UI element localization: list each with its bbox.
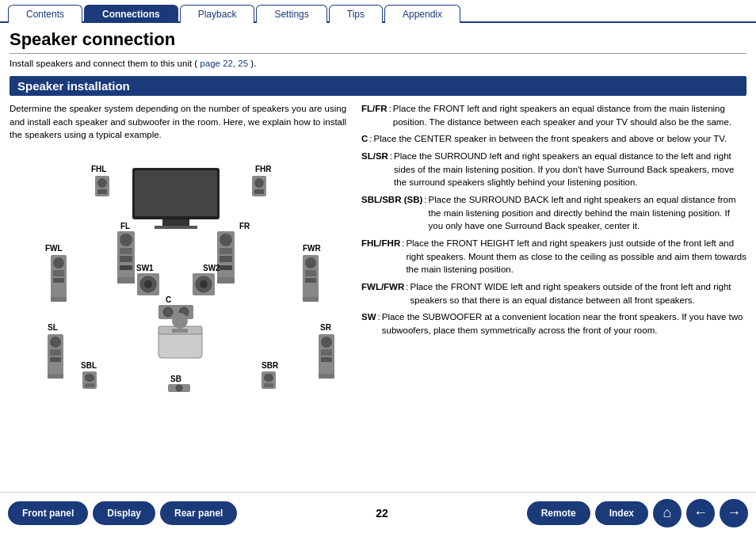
desc-c: C : Place the CENTER speaker in between …: [361, 132, 746, 146]
sep-c: :: [369, 132, 372, 146]
svg-rect-46: [305, 257, 316, 268]
svg-text:SBR: SBR: [262, 361, 279, 370]
svg-text:FWR: FWR: [303, 244, 322, 253]
tab-tips[interactable]: Tips: [329, 5, 383, 23]
desc-sblsbr: SBL/SBR (SB) : Place the SURROUND BACK l…: [361, 193, 746, 233]
sep-fhlfhr: :: [402, 237, 404, 276]
svg-point-33: [200, 280, 208, 288]
def-fhlfhr: Place the FRONT HEIGHT left and right sp…: [406, 237, 746, 276]
svg-point-52: [172, 313, 188, 329]
subtitle-link[interactable]: page 22, 25: [200, 59, 248, 68]
svg-rect-63: [321, 349, 332, 356]
sep-slsr: :: [390, 150, 392, 189]
def-sblsbr: Place the SURROUND BACK left and right s…: [429, 193, 746, 233]
desc-fhlfhr: FHL/FHR : Place the FRONT HEIGHT left an…: [361, 237, 746, 276]
sep-flr: :: [389, 102, 391, 128]
term-c: C: [361, 132, 368, 146]
right-column: FL/FR : Place the FRONT left and right s…: [361, 102, 746, 396]
back-icon: ←: [693, 504, 708, 521]
svg-rect-76: [264, 383, 273, 387]
top-navigation: Contents Connections Playback Settings T…: [0, 0, 756, 23]
svg-point-36: [163, 307, 173, 317]
desc-fwlfwr: FWL/FWR : Place the FRONT WIDE left and …: [361, 280, 746, 306]
svg-rect-49: [303, 297, 319, 302]
svg-text:FHR: FHR: [255, 165, 272, 173]
svg-rect-2: [162, 219, 189, 226]
svg-point-73: [176, 385, 182, 391]
svg-rect-15: [120, 234, 132, 246]
def-flr: Place the FRONT left and right speakers …: [393, 102, 746, 128]
svg-rect-23: [220, 256, 232, 262]
def-fwlfwr: Place the FRONT WIDE left and right spea…: [410, 280, 747, 306]
term-fwlfwr: FWL/FWR: [361, 280, 404, 306]
desc-sw: SW : Place the SUBWOOFER at a convenient…: [361, 310, 746, 337]
def-sw: Place the SUBWOOFER at a convenient loca…: [382, 310, 746, 337]
sep-sw: :: [378, 310, 380, 337]
display-button[interactable]: Display: [93, 501, 155, 525]
intro-text: Determine the speaker system depending o…: [10, 102, 350, 142]
svg-rect-22: [220, 248, 232, 254]
svg-text:SB: SB: [170, 375, 181, 383]
svg-rect-42: [53, 270, 64, 276]
left-column: Determine the speaker system depending o…: [10, 102, 350, 396]
svg-rect-64: [321, 357, 332, 362]
tab-contents[interactable]: Contents: [8, 5, 82, 23]
term-sblsbr: SBL/SBR (SB): [361, 193, 422, 233]
svg-rect-53: [172, 329, 188, 333]
forward-icon: →: [727, 504, 741, 521]
def-c: Place the CENTER speaker in between the …: [374, 132, 727, 146]
main-content: Speaker connection Install speakers and …: [0, 29, 756, 396]
svg-rect-62: [321, 337, 332, 348]
svg-rect-44: [51, 297, 67, 302]
svg-text:C: C: [166, 295, 171, 304]
sep-sblsbr: :: [424, 193, 426, 233]
tab-playback[interactable]: Playback: [180, 5, 255, 23]
remote-button[interactable]: Remote: [527, 501, 590, 525]
term-flr: FL/FR: [361, 102, 388, 128]
svg-text:SW2: SW2: [203, 264, 220, 272]
home-icon: ⌂: [663, 504, 672, 521]
svg-rect-18: [120, 265, 132, 270]
forward-button[interactable]: →: [720, 499, 748, 527]
body-columns: Determine the speaker system depending o…: [10, 102, 746, 396]
def-slsr: Place the SURROUND left and right speake…: [394, 150, 746, 189]
svg-rect-8: [97, 189, 107, 194]
subtitle-end: ).: [250, 59, 256, 68]
svg-rect-41: [53, 257, 64, 268]
svg-text:SL: SL: [48, 323, 58, 332]
svg-text:FWL: FWL: [45, 244, 63, 253]
svg-rect-1: [135, 170, 217, 216]
back-button[interactable]: ←: [686, 499, 715, 527]
svg-point-30: [144, 280, 152, 288]
svg-rect-43: [53, 278, 64, 283]
index-button[interactable]: Index: [595, 501, 648, 525]
bottom-navigation: Front panel Display Rear panel 22 Remote…: [0, 492, 756, 533]
svg-rect-10: [254, 178, 264, 188]
svg-rect-65: [319, 374, 334, 379]
svg-rect-25: [217, 277, 235, 284]
svg-rect-57: [50, 337, 61, 348]
subtitle-text: Install speakers and connect them to thi…: [10, 59, 197, 68]
tab-connections[interactable]: Connections: [84, 5, 178, 23]
term-fhlfhr: FHL/FHR: [361, 237, 400, 276]
svg-rect-17: [120, 256, 132, 262]
svg-rect-16: [120, 248, 132, 254]
subtitle: Install speakers and connect them to thi…: [10, 59, 746, 68]
svg-rect-7: [97, 178, 107, 188]
home-button[interactable]: ⌂: [653, 499, 682, 527]
tab-appendix[interactable]: Appendix: [384, 5, 460, 23]
svg-rect-75: [264, 374, 273, 382]
svg-text:SW1: SW1: [136, 264, 154, 272]
svg-text:FR: FR: [239, 222, 250, 230]
svg-text:SR: SR: [320, 323, 332, 332]
svg-text:FL: FL: [120, 222, 130, 230]
term-sw: SW: [361, 310, 376, 337]
front-panel-button[interactable]: Front panel: [8, 501, 88, 525]
svg-text:SBL: SBL: [81, 361, 97, 370]
rear-panel-button[interactable]: Rear panel: [160, 501, 237, 525]
tab-settings[interactable]: Settings: [256, 5, 326, 23]
section-header: Speaker installation: [10, 76, 746, 96]
speaker-diagram: FHL FHR FL FR: [10, 148, 350, 394]
svg-rect-58: [50, 349, 61, 356]
title-divider: [10, 53, 746, 54]
